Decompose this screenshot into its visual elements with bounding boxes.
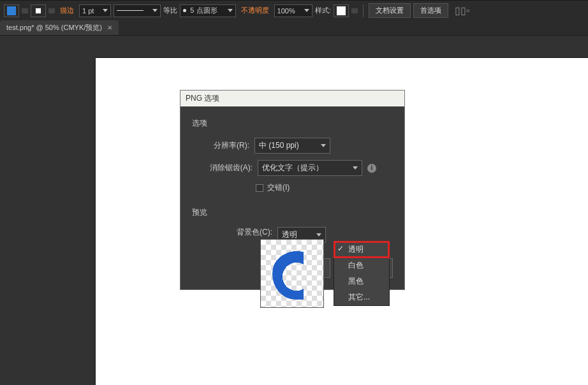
doc-setup-button[interactable]: 文档设置	[369, 3, 411, 18]
fill-dd[interactable]	[22, 8, 28, 13]
document-tabs: test.png* @ 50% (CMYK/预览) ✕	[0, 20, 588, 36]
style-label: 样式:	[315, 6, 331, 15]
bg-option-transparent[interactable]: 透明	[334, 242, 389, 258]
stroke-dd[interactable]	[48, 8, 55, 13]
antialias-combo[interactable]: 优化文字（提示）	[258, 160, 362, 176]
style-dd[interactable]	[351, 8, 358, 13]
options-toolbar: 描边 1 pt 等比 5 点圆形 不透明度 100% 样式: 文档设置 首选项 …	[0, 0, 588, 20]
dash-combo[interactable]	[114, 4, 161, 17]
tab-title: test.png* @ 50% (CMYK/预览)	[6, 23, 102, 33]
align-icon[interactable]: ▯▯▫	[455, 4, 470, 17]
prefs-button[interactable]: 首选项	[413, 3, 448, 18]
section-options: 选项	[192, 118, 393, 129]
resolution-combo[interactable]: 中 (150 ppi)	[254, 138, 330, 154]
brush-combo[interactable]: 5 点圆形	[180, 4, 235, 17]
interlace-checkbox[interactable]	[256, 184, 263, 192]
bg-option-other[interactable]: 其它...	[334, 289, 389, 305]
stroke-swatch[interactable]	[31, 4, 46, 17]
interlace-label: 交错(I)	[267, 182, 290, 193]
preview-graphic	[272, 249, 317, 300]
stroke-label: 描边	[57, 6, 77, 15]
style-swatch[interactable]	[334, 4, 349, 17]
bg-option-white[interactable]: 白色	[334, 258, 389, 273]
document-tab[interactable]: test.png* @ 50% (CMYK/预览) ✕	[0, 20, 119, 35]
stroke-width[interactable]: 1 pt	[79, 4, 111, 17]
dialog-title: PNG 选项	[180, 91, 404, 106]
preview-thumbnail	[260, 239, 324, 308]
fill-swatch[interactable]	[4, 4, 19, 17]
bgcolor-label: 背景色(C):	[237, 227, 272, 238]
section-preview: 预览	[192, 207, 393, 218]
antialias-label: 消除锯齿(A):	[195, 163, 253, 173]
bgcolor-dropdown: 透明 白色 黑色 其它...	[334, 241, 390, 306]
resolution-label: 分辨率(R):	[192, 140, 249, 151]
opacity-label: 不透明度	[239, 6, 272, 15]
close-icon[interactable]: ✕	[107, 24, 112, 31]
bg-option-black[interactable]: 黑色	[334, 273, 389, 289]
dash-label: 等比	[163, 6, 177, 15]
opacity-value[interactable]: 100%	[274, 4, 312, 17]
info-icon[interactable]: i	[367, 164, 376, 173]
